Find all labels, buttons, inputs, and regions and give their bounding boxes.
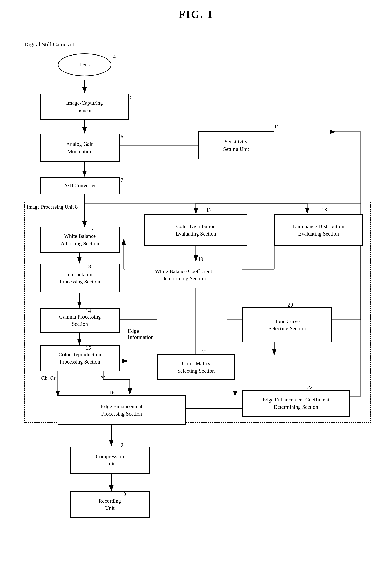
ref-edge-enh: 16	[109, 389, 115, 396]
recording-label: Recording Unit	[98, 497, 121, 512]
edge-enhancement-box: Edge Enhancement Processing Section	[58, 395, 186, 425]
ref-sensor: 5	[130, 94, 133, 101]
analog-gain-box: Analog Gain Modulation	[40, 134, 120, 162]
sensitivity-setting-label: Sensitivity Setting Unit	[223, 138, 249, 152]
digital-still-camera-label: Digital Still Camera 1	[24, 41, 75, 48]
ref-analog: 6	[121, 134, 123, 140]
diagram-container: Digital Still Camera 1 Lens 4 Image-Capt…	[0, 20, 392, 566]
ref-edge-coeff: 22	[307, 384, 313, 390]
edge-coeff-box: Edge Enhancement Coefficient Determining…	[242, 390, 350, 417]
cb-cr-label: Cb, Cr	[41, 375, 56, 381]
interpolation-box: Interpolation Processing Section	[40, 264, 120, 293]
compression-label: Compression Unit	[96, 453, 124, 467]
wb-coeff-box: White Balance Coefficient Determining Se…	[125, 262, 242, 288]
white-balance-adjusting-box: White Balance Adjusting Section	[40, 227, 120, 253]
image-capturing-sensor-label: Image-Capturing Sensor	[66, 99, 103, 114]
ref-recording: 10	[121, 491, 126, 497]
edge-information-label: EdgeInformation	[128, 328, 154, 340]
tone-curve-label: Tone Curve Selecting Section	[268, 318, 306, 332]
color-reproduction-label: Color Reproduction Processing Section	[58, 351, 101, 365]
ref-lens: 4	[113, 54, 116, 60]
analog-gain-label: Analog Gain Modulation	[66, 140, 94, 155]
ref-color-dist: 17	[206, 207, 211, 213]
ref-ad: 7	[121, 177, 123, 183]
ref-color-repro: 15	[85, 345, 91, 351]
ref-color-matrix: 21	[202, 349, 208, 355]
compression-box: Compression Unit	[70, 447, 150, 474]
sensitivity-setting-box: Sensitivity Setting Unit	[198, 132, 274, 159]
edge-coeff-label: Edge Enhancement Coefficient Determining…	[263, 396, 329, 411]
color-reproduction-box: Color Reproduction Processing Section	[40, 345, 120, 371]
ref-lum-dist: 18	[322, 207, 327, 213]
lens-label: Lens	[79, 62, 90, 68]
page-title: FIG. 1	[0, 0, 392, 20]
luminance-distribution-label: Luminance Distribution Evaluating Sectio…	[293, 223, 344, 237]
gamma-label: Gamma Processing Section	[59, 313, 101, 328]
image-processing-unit-label: Image Processing Unit 8	[27, 204, 78, 210]
edge-enhancement-label: Edge Enhancement Processing Section	[101, 403, 142, 417]
ref-sensitivity: 11	[274, 124, 280, 130]
ref-wb-coeff: 19	[198, 256, 203, 262]
ref-wb-adj: 12	[88, 227, 93, 234]
image-capturing-sensor-box: Image-Capturing Sensor	[40, 94, 129, 119]
ref-interpolation: 13	[85, 264, 91, 270]
ref-compression: 9	[121, 442, 123, 448]
recording-box: Recording Unit	[70, 491, 150, 518]
y-label: Y	[101, 375, 105, 381]
ad-converter-label: A/D Converter	[64, 182, 96, 189]
gamma-box: Gamma Processing Section	[40, 308, 120, 333]
color-matrix-box: Color Matrix Selecting Section	[157, 354, 235, 380]
ref-gamma: 14	[85, 308, 91, 314]
wb-coeff-label: White Balance Coefficient Determining Se…	[155, 268, 212, 282]
ref-tone-curve: 20	[288, 302, 293, 308]
lens-box: Lens	[58, 53, 111, 76]
ad-converter-box: A/D Converter	[40, 177, 120, 194]
interpolation-label: Interpolation Processing Section	[60, 271, 100, 285]
color-distribution-box: Color Distribution Evaluating Section	[144, 214, 247, 246]
white-balance-adjusting-label: White Balance Adjusting Section	[61, 232, 99, 247]
luminance-distribution-box: Luminance Distribution Evaluating Sectio…	[274, 214, 363, 246]
color-matrix-label: Color Matrix Selecting Section	[177, 360, 215, 374]
color-distribution-label: Color Distribution Evaluating Section	[175, 223, 216, 237]
tone-curve-box: Tone Curve Selecting Section	[242, 307, 332, 343]
